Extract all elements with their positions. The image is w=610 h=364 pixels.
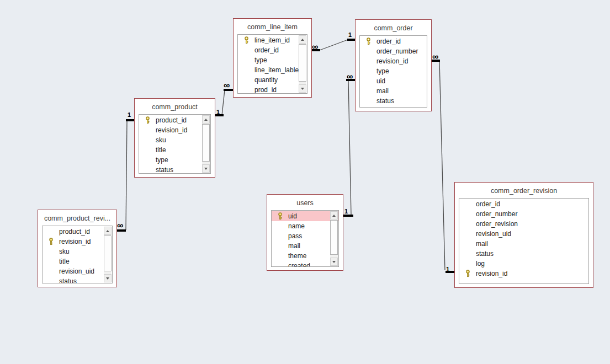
table-comm_product[interactable]: comm_product product_id revision_id sku …: [134, 98, 215, 178]
table-comm_product_revi[interactable]: comm_product_revi... product_id revision…: [38, 210, 117, 287]
field-row-revision_id[interactable]: revision_id: [139, 125, 210, 135]
field-name: status: [476, 249, 494, 259]
field-name: status: [59, 276, 77, 283]
field-row-status[interactable]: status: [139, 165, 210, 174]
field-row-uid[interactable]: uid: [272, 211, 338, 221]
field-name: status: [156, 165, 173, 174]
field-name: line_item_lable: [254, 65, 299, 75]
field-row-revision_id[interactable]: revision_id: [360, 56, 427, 66]
cardinality-label-one: 1: [446, 266, 449, 272]
field-row-quantity[interactable]: quantity: [238, 75, 307, 85]
scroll-down-button[interactable]: [104, 274, 112, 282]
field-row-mail[interactable]: mail: [272, 241, 338, 251]
table-comm_line_item[interactable]: comm_line_item line_item_id order_id typ…: [233, 18, 312, 98]
scroll-down-button[interactable]: [202, 164, 210, 173]
table-comm_order_revision[interactable]: comm_order_revision order_id order_numbe…: [454, 182, 593, 288]
field-row-type[interactable]: type: [360, 66, 427, 76]
cardinality-label-many: ∞: [117, 222, 123, 228]
table-users[interactable]: users uid name pass mail theme created: [267, 194, 343, 271]
relationship-line-comm_order-comm_order_revision[interactable]: [439, 61, 445, 270]
field-name: pass: [288, 231, 302, 241]
field-row-order_number[interactable]: order_number: [360, 46, 427, 56]
field-row-product_id[interactable]: product_id: [139, 115, 210, 125]
table-comm_order[interactable]: comm_order order_id order_number revisio…: [355, 19, 432, 111]
scrollbar-thumb[interactable]: [202, 124, 210, 162]
field-name: product_id: [59, 227, 90, 237]
relationship-line-comm_product-comm_line_item[interactable]: [222, 90, 225, 115]
field-row-sku[interactable]: sku: [43, 247, 112, 256]
field-row-type[interactable]: type: [238, 55, 307, 65]
field-row-status[interactable]: status: [459, 249, 588, 259]
field-row-revision_id[interactable]: revision_id: [459, 269, 588, 279]
table-title: comm_product: [135, 103, 215, 111]
relationship-line-users-comm_order[interactable]: [348, 81, 351, 215]
field-row-title[interactable]: title: [43, 256, 112, 266]
primary-key-icon: [277, 212, 284, 220]
field-row-theme[interactable]: theme: [272, 251, 338, 261]
field-row-mail[interactable]: mail: [360, 86, 427, 96]
field-row-prod_id[interactable]: prod_id: [238, 85, 307, 94]
field-name: quantity: [254, 75, 278, 85]
scroll-up-button[interactable]: [299, 35, 306, 44]
field-name: status: [376, 96, 394, 106]
field-name: revision_uid: [476, 229, 511, 239]
field-name: revision_id: [156, 125, 187, 135]
field-name: order_number: [476, 209, 517, 219]
field-row-sku[interactable]: sku: [139, 135, 210, 145]
field-name: order_id: [376, 36, 401, 46]
scrollbar[interactable]: [202, 115, 210, 173]
field-name: sku: [156, 135, 166, 145]
field-row-name[interactable]: name: [272, 221, 338, 231]
primary-key-icon: [243, 36, 250, 44]
relationship-line-comm_product_revision-comm_product[interactable]: [126, 121, 127, 230]
table-title: users: [267, 199, 343, 207]
scrollbar-thumb[interactable]: [299, 44, 306, 82]
scroll-down-button[interactable]: [330, 258, 338, 266]
field-name: order_id: [476, 199, 500, 209]
scrollbar[interactable]: [330, 211, 338, 266]
table-title: comm_order_revision: [455, 186, 593, 195]
field-row-order_id[interactable]: order_id: [459, 199, 588, 209]
scroll-up-button[interactable]: [104, 227, 112, 235]
field-name: line_item_id: [254, 35, 290, 45]
field-row-revision_uid[interactable]: revision_uid: [43, 266, 112, 276]
field-name: uid: [288, 211, 297, 221]
field-name: title: [59, 256, 70, 266]
field-row-order_id[interactable]: order_id: [238, 45, 307, 55]
scroll-up-button[interactable]: [330, 211, 338, 220]
field-row-product_id[interactable]: product_id: [43, 227, 112, 237]
scrollbar[interactable]: [299, 35, 306, 93]
field-row-line_item_id[interactable]: line_item_id: [238, 35, 307, 45]
relationship-line-comm_line_item-comm_order[interactable]: [320, 40, 348, 50]
field-name: revision_id: [476, 269, 507, 279]
field-row-pass[interactable]: pass: [272, 231, 338, 241]
scrollbar-thumb[interactable]: [104, 235, 112, 271]
primary-key-icon: [465, 270, 471, 277]
field-list: product_id revision_id sku title type st…: [139, 114, 211, 174]
field-row-order_revision[interactable]: order_revision: [459, 219, 588, 229]
field-name: uid: [376, 76, 385, 86]
field-row-order_id[interactable]: order_id: [360, 36, 427, 46]
field-row-type[interactable]: type: [139, 155, 210, 165]
field-row-revision_uid[interactable]: revision_uid: [459, 229, 588, 239]
field-row-uid[interactable]: uid: [360, 76, 427, 86]
cardinality-label-many: ∞: [312, 44, 317, 50]
scrollbar[interactable]: [104, 227, 112, 282]
scrollbar-thumb[interactable]: [330, 220, 338, 255]
field-row-log[interactable]: log: [459, 259, 588, 269]
field-row-mail[interactable]: mail: [459, 239, 588, 249]
field-name: title: [156, 145, 166, 155]
field-row-revision_id[interactable]: revision_id: [43, 237, 112, 247]
field-name: name: [288, 221, 305, 231]
cardinality-label-many: ∞: [347, 73, 352, 79]
field-row-status[interactable]: status: [43, 276, 112, 283]
field-row-title[interactable]: title: [139, 145, 210, 155]
scroll-down-button[interactable]: [299, 84, 306, 93]
field-list: line_item_id order_id type line_item_lab…: [237, 34, 307, 94]
field-row-order_number[interactable]: order_number: [459, 209, 588, 219]
field-row-line_item_lable[interactable]: line_item_lable: [238, 65, 307, 75]
field-row-created[interactable]: created: [272, 261, 338, 267]
scroll-up-button[interactable]: [202, 115, 210, 124]
field-row-status[interactable]: status: [360, 96, 427, 106]
field-name: log: [476, 259, 485, 269]
